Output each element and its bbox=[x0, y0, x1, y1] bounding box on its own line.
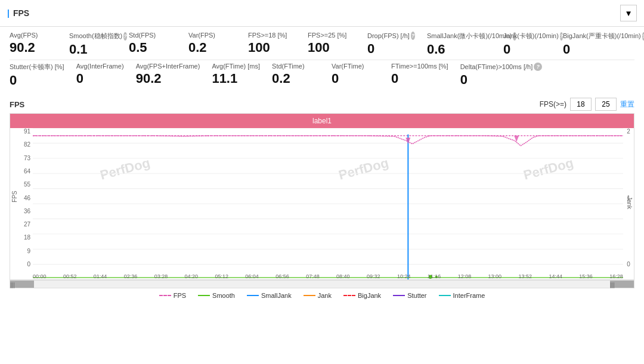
metric-var-ftime: Var(FTime)0 bbox=[332, 63, 379, 86]
legend-color-smalljank-legend bbox=[247, 295, 259, 296]
legend-color-fps-legend bbox=[159, 295, 171, 296]
metric-std-ftime: Std(FTime)0.2 bbox=[272, 63, 320, 86]
y-label: 82 bbox=[24, 141, 30, 148]
metric-label-fps-18: FPS>=18 [%] bbox=[248, 32, 296, 39]
legend-item-interframe-legend: InterFrame bbox=[439, 292, 485, 299]
chart-title: FPS bbox=[10, 100, 24, 109]
chart-area: label1 PerfDog PerfDog PerfDog 0 9 18 27… bbox=[10, 113, 634, 280]
x-label: 10:24 bbox=[397, 273, 411, 279]
metric-value-fps-25: 100 bbox=[308, 40, 355, 55]
metric-value-smooth: 0.1 bbox=[69, 42, 117, 57]
chart-label-bar: label1 bbox=[10, 114, 634, 128]
legend-label-smooth-legend: Smooth bbox=[212, 292, 235, 299]
svg-marker-13 bbox=[514, 136, 519, 142]
scrollbar-right-icon: ||| bbox=[610, 282, 615, 288]
y-label: 0 bbox=[27, 261, 30, 267]
scrollbar[interactable]: ||| ||| bbox=[10, 280, 634, 288]
metric-smooth: Smooth(稳帧指数)?0.1 bbox=[69, 32, 117, 57]
metric-value-var-ftime: 0 bbox=[332, 71, 379, 86]
metric-smalljank: SmallJank(微小卡顿)(/10min)?0.6 bbox=[427, 32, 491, 57]
metric-label-var-fps: Var(FPS) bbox=[188, 32, 236, 39]
metric-value-fps-18: 100 bbox=[248, 40, 296, 55]
metric-value-avg-fps: 90.2 bbox=[10, 40, 57, 55]
y-right-label: 0 bbox=[627, 261, 630, 267]
y-label: 27 bbox=[24, 221, 30, 228]
chart-header: FPS FPS(>=) 重置 bbox=[0, 95, 644, 113]
metric-label-avg-fps: Avg(FPS) bbox=[10, 32, 57, 39]
y-axis-jank-label: Jank bbox=[626, 197, 633, 209]
metric-var-fps: Var(FPS)0.2 bbox=[188, 32, 236, 55]
legend-label-smalljank-legend: SmallJank bbox=[261, 292, 292, 299]
x-label: 15:36 bbox=[579, 273, 593, 279]
x-label: 13:52 bbox=[519, 273, 532, 279]
help-icon-drop-fps[interactable]: ? bbox=[411, 32, 415, 40]
metric-bigjank: BigJank(严重卡顿)(/10min)?0 bbox=[563, 32, 623, 57]
metric-value-avg-fps-interframe: 90.2 bbox=[136, 71, 200, 86]
chart-legend: FPSSmoothSmallJankJankBigJankStutterInte… bbox=[0, 288, 644, 303]
x-label: 01:44 bbox=[94, 273, 107, 279]
metric-ftime-100ms: FTime>=100ms [%]0 bbox=[391, 63, 448, 86]
fps-threshold-1-input[interactable] bbox=[570, 98, 592, 111]
help-icon-delta-ftime[interactable]: ? bbox=[534, 63, 542, 71]
metric-value-jank: 0 bbox=[503, 42, 551, 57]
legend-item-smalljank-legend: SmallJank bbox=[247, 292, 292, 299]
metric-std-fps: Std(FPS)0.5 bbox=[129, 32, 177, 55]
x-label: 05:12 bbox=[215, 273, 228, 279]
metric-label-jank: Jank(卡顿)(/10min)? bbox=[503, 32, 551, 41]
dropdown-button[interactable]: ▼ bbox=[620, 5, 637, 21]
metric-label-avg-interframe: Avg(InterFrame) bbox=[76, 63, 124, 70]
fps-threshold-2-input[interactable] bbox=[595, 98, 617, 111]
metric-label-stutter: Stutter(卡顿率) [%] bbox=[10, 63, 64, 71]
metric-value-std-ftime: 0.2 bbox=[272, 71, 320, 86]
legend-label-jank-legend: Jank bbox=[318, 292, 332, 299]
x-label: 12:08 bbox=[458, 273, 472, 279]
y-label: 36 bbox=[24, 208, 30, 214]
metric-drop-fps: Drop(FPS) [/h]?0 bbox=[367, 32, 415, 57]
metric-jank: Jank(卡顿)(/10min)?0 bbox=[503, 32, 551, 57]
legend-item-bigjank-legend: BigJank bbox=[343, 292, 381, 299]
metric-fps-25: FPS>=25 [%]100 bbox=[308, 32, 355, 55]
x-label: 09:32 bbox=[367, 273, 380, 279]
x-label: 08:40 bbox=[336, 273, 350, 279]
scrollbar-left-handle[interactable]: ||| bbox=[10, 281, 34, 288]
metric-label-ftime-100ms: FTime>=100ms [%] bbox=[391, 63, 448, 70]
x-label: 02:36 bbox=[124, 273, 138, 279]
label-bar-text: label1 bbox=[312, 117, 332, 125]
x-label: 14:44 bbox=[549, 273, 562, 279]
help-icon-smooth[interactable]: ? bbox=[123, 32, 127, 41]
metric-avg-fps: Avg(FPS)90.2 bbox=[10, 32, 57, 55]
legend-item-stutter-legend: Stutter bbox=[393, 292, 426, 299]
metric-label-avg-fps-interframe: Avg(FPS+InterFrame) bbox=[136, 63, 200, 70]
x-label: 04:20 bbox=[185, 273, 199, 279]
x-label: 16:28 bbox=[609, 273, 623, 279]
x-label: 07:48 bbox=[306, 273, 320, 279]
legend-color-jank-legend bbox=[304, 295, 315, 296]
x-label: 06:56 bbox=[275, 273, 289, 279]
metrics-section: Avg(FPS)90.2Smooth(稳帧指数)?0.1Std(FPS)0.5V… bbox=[0, 27, 644, 95]
metric-fps-18: FPS>=18 [%]100 bbox=[248, 32, 296, 55]
chart-svg bbox=[33, 128, 623, 279]
metric-avg-interframe: Avg(InterFrame)0 bbox=[76, 63, 124, 86]
metric-label-bigjank: BigJank(严重卡顿)(/10min)? bbox=[563, 32, 623, 41]
y-axis-fps-label: FPS bbox=[11, 191, 18, 202]
y-right-label: 2 bbox=[627, 128, 630, 135]
metric-label-fps-25: FPS>=25 [%] bbox=[308, 32, 355, 39]
x-label: 03:28 bbox=[154, 273, 168, 279]
y-label: 18 bbox=[24, 234, 30, 241]
metric-value-avg-ftime: 11.1 bbox=[212, 71, 260, 86]
reset-button[interactable]: 重置 bbox=[620, 99, 634, 110]
scrollbar-right-handle[interactable]: ||| bbox=[610, 281, 634, 288]
x-label: 06:04 bbox=[245, 273, 259, 279]
x-label: 00:52 bbox=[63, 273, 77, 279]
legend-color-bigjank-legend bbox=[343, 295, 355, 296]
metric-label-drop-fps: Drop(FPS) [/h]? bbox=[367, 32, 415, 40]
fps-gte-label: FPS(>=) bbox=[540, 100, 566, 108]
metric-value-avg-interframe: 0 bbox=[76, 71, 124, 86]
dropdown-icon: ▼ bbox=[624, 9, 632, 18]
metric-label-std-ftime: Std(FTime) bbox=[272, 63, 320, 70]
metrics-row-1: Avg(FPS)90.2Smooth(稳帧指数)?0.1Std(FPS)0.5V… bbox=[10, 32, 634, 57]
legend-label-fps-legend: FPS bbox=[174, 292, 186, 299]
legend-color-smooth-legend bbox=[198, 295, 210, 296]
y-label: 91 bbox=[24, 128, 30, 135]
scrollbar-left-icon: ||| bbox=[10, 282, 15, 288]
